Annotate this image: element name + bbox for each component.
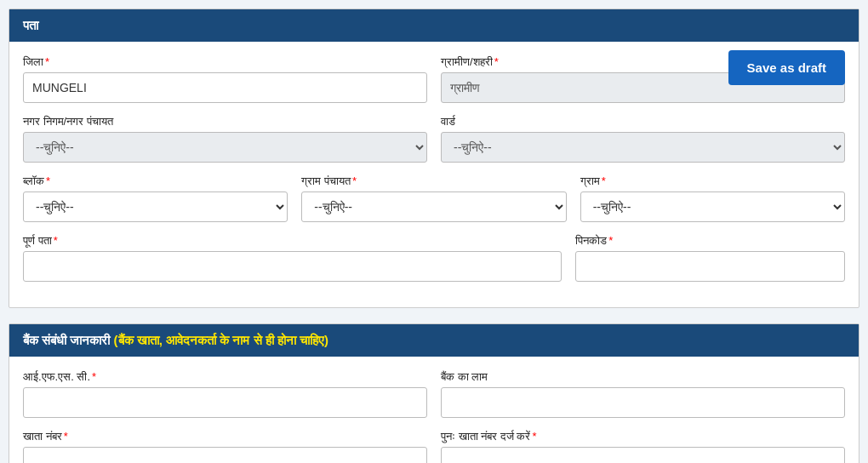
gram-required: * bbox=[602, 174, 606, 187]
account-number-label: खाता नंबर* bbox=[23, 430, 427, 443]
address-row-4: पूर्ण पता* पिनकोड* bbox=[23, 234, 845, 282]
ward-group: वार्ड --चुनिऐ-- bbox=[441, 115, 845, 163]
district-label: जिला* bbox=[23, 55, 427, 69]
address-section-title: पता bbox=[23, 18, 38, 32]
gram-panchayat-group: ग्राम पंचायत* --चुनिऐ-- bbox=[301, 174, 566, 222]
district-required: * bbox=[45, 55, 49, 68]
save-draft-button[interactable]: Save as draft bbox=[728, 50, 845, 85]
address-section-header: पता bbox=[9, 9, 859, 42]
bank-row-1: आई.एफ.एस. सी.* बैंक का लाम bbox=[23, 370, 845, 418]
full-address-required: * bbox=[54, 234, 58, 247]
gram-select[interactable]: --चुनिऐ-- bbox=[580, 191, 845, 222]
confirm-account-required: * bbox=[532, 430, 536, 443]
address-row-2: नगर निगम/नगर पंचायत --चुनिऐ-- वार्ड --चु… bbox=[23, 115, 845, 163]
account-number-group: खाता नंबर* bbox=[23, 430, 427, 463]
full-address-input[interactable] bbox=[23, 251, 562, 282]
ward-select[interactable]: --चुनिऐ-- bbox=[441, 132, 845, 163]
nagar-nigam-select[interactable]: --चुनिऐ-- bbox=[23, 132, 427, 163]
bank-name-group: बैंक का लाम bbox=[441, 370, 845, 418]
gram-panchayat-label: ग्राम पंचायत* bbox=[301, 174, 566, 188]
ifsc-required: * bbox=[92, 370, 96, 383]
address-row-1: जिला* ग्रामीण/शहरी* bbox=[23, 55, 845, 103]
account-number-input[interactable] bbox=[23, 447, 427, 463]
bank-title-highlight: (बैंक खाता, आवेदनकर्ता के नाम से ही होना… bbox=[114, 333, 329, 347]
bank-section: बैंक संबंधी जानकारी (बैंक खाता, आवेदनकर्… bbox=[9, 323, 859, 463]
district-group: जिला* bbox=[23, 55, 427, 103]
full-address-label: पूर्ण पता* bbox=[23, 234, 562, 248]
nagar-nigam-group: नगर निगम/नगर पंचायत --चुनिऐ-- bbox=[23, 115, 427, 163]
block-required: * bbox=[46, 174, 50, 187]
nagar-nigam-label: नगर निगम/नगर पंचायत bbox=[23, 115, 427, 129]
block-group: ब्लॉक* --चुनिऐ-- bbox=[23, 174, 288, 222]
gram-group: ग्राम* --चुनिऐ-- bbox=[580, 174, 845, 222]
confirm-account-input[interactable] bbox=[441, 447, 845, 463]
ifsc-group: आई.एफ.एस. सी.* bbox=[23, 370, 427, 418]
bank-section-body: आई.एफ.एस. सी.* बैंक का लाम खाता नंबर* bbox=[9, 357, 859, 463]
gram-label: ग्राम* bbox=[580, 174, 845, 188]
pincode-input[interactable] bbox=[575, 251, 845, 282]
pincode-label: पिनकोड* bbox=[575, 234, 845, 248]
ward-label: वार्ड bbox=[441, 115, 845, 129]
grameen-required: * bbox=[494, 55, 499, 68]
bank-section-header: बैंक संबंधी जानकारी (बैंक खाता, आवेदनकर्… bbox=[9, 324, 859, 357]
pincode-required: * bbox=[608, 234, 613, 247]
gram-panchayat-required: * bbox=[352, 174, 357, 187]
address-row-3: ब्लॉक* --चुनिऐ-- ग्राम पंचायत* --चुनिऐ-- bbox=[23, 174, 845, 222]
account-required: * bbox=[64, 430, 68, 443]
gram-panchayat-select[interactable]: --चुनिऐ-- bbox=[301, 191, 566, 222]
address-section-body: Save as draft जिला* ग्रामीण/शहरी* bbox=[9, 42, 859, 307]
bank-row-2: खाता नंबर* पुनः खाता नंबर दर्ज करें* bbox=[23, 430, 845, 463]
page-wrapper: पता Save as draft जिला* ग्रामीण/शहरी* bbox=[0, 0, 868, 463]
block-label: ब्लॉक* bbox=[23, 174, 288, 188]
full-address-group: पूर्ण पता* bbox=[23, 234, 562, 282]
address-section: पता Save as draft जिला* ग्रामीण/शहरी* bbox=[9, 9, 859, 308]
ifsc-label: आई.एफ.एस. सी.* bbox=[23, 370, 427, 384]
ifsc-input[interactable] bbox=[23, 387, 427, 418]
bank-name-label: बैंक का लाम bbox=[441, 370, 845, 384]
pincode-group: पिनकोड* bbox=[575, 234, 845, 282]
district-input[interactable] bbox=[23, 72, 427, 103]
bank-name-input[interactable] bbox=[441, 387, 845, 418]
confirm-account-group: पुनः खाता नंबर दर्ज करें* bbox=[441, 430, 845, 463]
block-select[interactable]: --चुनिऐ-- bbox=[23, 191, 288, 222]
bank-title-prefix: बैंक संबंधी जानकारी bbox=[23, 333, 114, 347]
confirm-account-label: पुनः खाता नंबर दर्ज करें* bbox=[441, 430, 845, 443]
